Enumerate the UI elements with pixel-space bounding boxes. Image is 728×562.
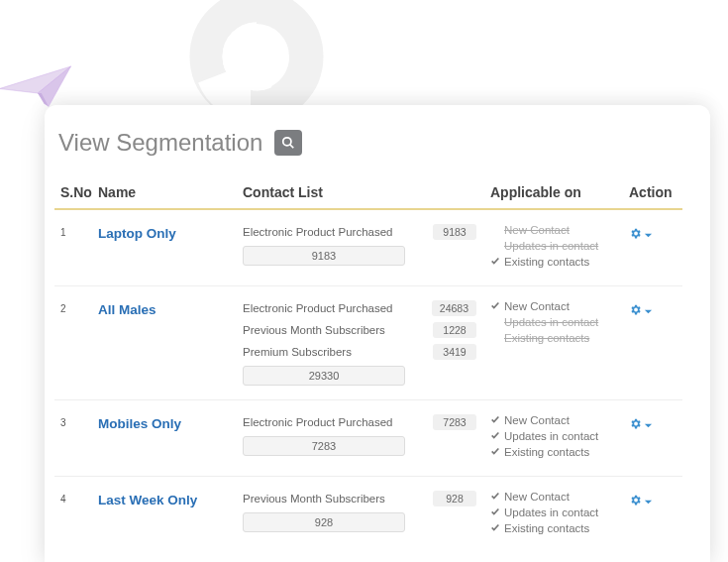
applicable-label: Updates in contact — [504, 240, 598, 252]
gear-icon — [629, 493, 642, 510]
segmentation-card: View Segmentation S.No Name Contact List… — [45, 105, 710, 562]
contact-list-total: 7283 — [243, 436, 405, 456]
cell-applicable: New ContactUpdates in contactExisting co… — [490, 491, 629, 538]
check-icon — [490, 491, 501, 503]
contact-list-line: Electronic Product Purchased9183 — [243, 224, 490, 240]
check-icon — [490, 430, 501, 442]
contact-list-total: 9183 — [243, 246, 405, 266]
contact-list-label: Electronic Product Purchased — [243, 416, 393, 428]
col-header-applicable: Applicable on — [490, 184, 629, 200]
applicable-label: New Contact — [504, 300, 570, 312]
action-menu-button[interactable] — [629, 300, 678, 320]
applicable-label: Updates in contact — [504, 506, 598, 518]
contact-list-line: Previous Month Subscribers1228 — [243, 322, 490, 338]
contact-list-line: Previous Month Subscribers928 — [243, 491, 490, 506]
applicable-item: Existing contacts — [490, 256, 629, 268]
applicable-item: New Contact — [490, 414, 629, 426]
page-header: View Segmentation — [54, 129, 682, 157]
action-menu-button[interactable] — [629, 491, 678, 510]
contact-list-label: Previous Month Subscribers — [243, 324, 385, 336]
contact-list-count: 3419 — [433, 344, 476, 360]
cell-sno: 3 — [54, 414, 98, 428]
applicable-label: Updates in contact — [504, 316, 598, 328]
contact-list-line: Electronic Product Purchased7283 — [243, 414, 490, 430]
table-header: S.No Name Contact List Applicable on Act… — [54, 178, 682, 210]
contact-list-line: Premium Subscribers3419 — [243, 344, 490, 360]
page-title: View Segmentation — [58, 129, 262, 157]
action-menu-button[interactable] — [629, 414, 678, 434]
applicable-item: New Contact — [490, 224, 629, 236]
check-icon — [490, 446, 501, 458]
applicable-label: Existing contacts — [504, 332, 589, 344]
table-body: 1Laptop OnlyElectronic Product Purchased… — [54, 210, 682, 552]
caret-down-icon — [644, 493, 653, 510]
cell-applicable: New ContactUpdates in contactExisting co… — [490, 414, 629, 462]
cell-contact-list: Electronic Product Purchased72837283 — [243, 414, 490, 456]
col-header-list: Contact List — [243, 184, 490, 200]
applicable-label: New Contact — [504, 224, 570, 236]
cell-contact-list: Electronic Product Purchased91839183 — [243, 224, 490, 266]
segment-name-link[interactable]: Laptop Only — [98, 224, 243, 241]
contact-list-label: Previous Month Subscribers — [243, 493, 385, 505]
check-icon — [490, 300, 501, 312]
action-menu-button[interactable] — [629, 224, 678, 244]
table-row: 2All MalesElectronic Product Purchased24… — [54, 286, 682, 400]
cell-sno: 2 — [54, 300, 98, 314]
contact-list-label: Premium Subscribers — [243, 346, 352, 358]
applicable-label: Existing contacts — [504, 446, 589, 458]
caret-down-icon — [644, 226, 653, 244]
caret-down-icon — [644, 416, 653, 434]
check-icon — [490, 506, 501, 518]
applicable-item: Updates in contact — [490, 316, 629, 328]
svg-line-3 — [290, 145, 294, 149]
cell-applicable: New ContactUpdates in contactExisting co… — [490, 224, 629, 272]
applicable-item: Existing contacts — [490, 522, 629, 534]
segment-name-link[interactable]: Last Week Only — [98, 491, 243, 507]
gear-icon — [629, 416, 642, 434]
table-row: 3Mobiles OnlyElectronic Product Purchase… — [54, 400, 682, 477]
col-header-sno: S.No — [54, 184, 98, 200]
applicable-item: New Contact — [490, 491, 629, 503]
search-icon — [281, 136, 295, 150]
applicable-label: Existing contacts — [504, 522, 589, 534]
applicable-item: New Contact — [490, 300, 629, 312]
contact-list-label: Electronic Product Purchased — [243, 302, 393, 314]
contact-list-count: 928 — [433, 491, 476, 506]
cell-contact-list: Electronic Product Purchased24683Previou… — [243, 300, 490, 386]
gear-icon — [629, 226, 642, 244]
applicable-label: New Contact — [504, 491, 570, 503]
contact-list-label: Electronic Product Purchased — [243, 226, 393, 238]
cell-contact-list: Previous Month Subscribers928928 — [243, 491, 490, 532]
contact-list-total: 928 — [243, 512, 405, 532]
segment-name-link[interactable]: All Males — [98, 300, 243, 317]
segment-name-link[interactable]: Mobiles Only — [98, 414, 243, 431]
check-icon — [490, 522, 501, 534]
contact-list-total: 29330 — [243, 366, 405, 386]
contact-list-count: 9183 — [433, 224, 476, 240]
applicable-item: Updates in contact — [490, 240, 629, 252]
search-button[interactable] — [274, 130, 302, 156]
contact-list-count: 1228 — [433, 322, 476, 338]
contact-list-line: Electronic Product Purchased24683 — [243, 300, 490, 316]
segmentation-table: S.No Name Contact List Applicable on Act… — [54, 178, 682, 552]
applicable-label: New Contact — [504, 414, 570, 426]
gear-icon — [629, 302, 642, 320]
check-icon — [490, 414, 501, 426]
applicable-item: Updates in contact — [490, 430, 629, 442]
contact-list-count: 24683 — [432, 300, 476, 316]
applicable-label: Updates in contact — [504, 430, 598, 442]
col-header-action: Action — [629, 184, 678, 200]
table-row: 1Laptop OnlyElectronic Product Purchased… — [54, 210, 682, 286]
contact-list-count: 7283 — [433, 414, 476, 430]
applicable-item: Updates in contact — [490, 506, 629, 518]
applicable-item: Existing contacts — [490, 446, 629, 458]
applicable-label: Existing contacts — [504, 256, 589, 268]
applicable-item: Existing contacts — [490, 332, 629, 344]
caret-down-icon — [644, 302, 653, 320]
col-header-name: Name — [98, 184, 243, 200]
cell-sno: 1 — [54, 224, 98, 238]
cell-applicable: New ContactUpdates in contactExisting co… — [490, 300, 629, 348]
table-row: 4Last Week OnlyPrevious Month Subscriber… — [54, 477, 682, 552]
check-icon — [490, 256, 501, 268]
cell-sno: 4 — [54, 491, 98, 505]
